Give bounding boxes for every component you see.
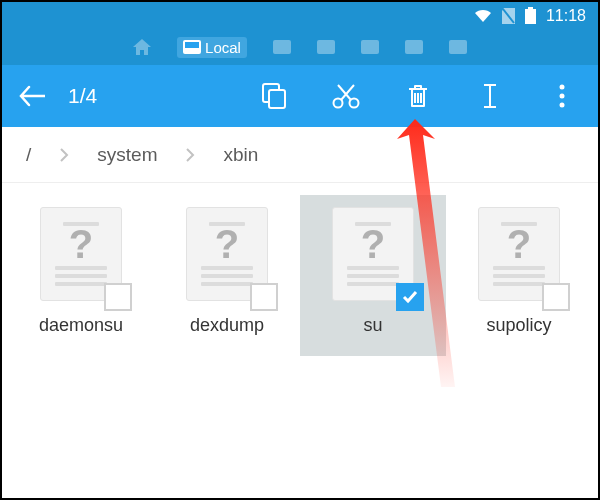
file-item[interactable]: ? supolicy [446, 195, 592, 356]
breadcrumb: / system xbin [2, 127, 598, 183]
file-icon: ? [478, 207, 560, 301]
svg-rect-8 [405, 40, 423, 54]
breadcrumb-xbin[interactable]: xbin [223, 144, 258, 166]
selection-checkbox[interactable] [396, 283, 424, 311]
svg-point-15 [560, 94, 565, 99]
delete-button[interactable] [382, 83, 454, 109]
svg-point-14 [560, 85, 565, 90]
file-grid: ? daemonsu ? dexdump ? [2, 183, 598, 368]
selection-counter: 1/4 [68, 84, 97, 108]
tab-extra-2-icon[interactable] [317, 40, 335, 54]
svg-rect-1 [525, 9, 536, 24]
svg-rect-9 [449, 40, 467, 54]
sim-icon [502, 8, 515, 24]
file-name: dexdump [190, 315, 264, 336]
selection-checkbox[interactable] [542, 283, 570, 311]
status-bar: 11:18 [2, 2, 598, 29]
svg-rect-5 [273, 40, 291, 54]
chevron-right-icon [185, 147, 195, 163]
clock-text: 11:18 [546, 7, 586, 25]
file-icon: ? [332, 207, 414, 301]
file-name: daemonsu [39, 315, 123, 336]
rename-button[interactable] [454, 82, 526, 110]
cut-button[interactable] [310, 83, 382, 109]
selection-checkbox[interactable] [104, 283, 132, 311]
svg-rect-7 [361, 40, 379, 54]
svg-point-16 [560, 103, 565, 108]
tabs-bar: Local [2, 29, 598, 65]
file-icon: ? [186, 207, 268, 301]
wifi-icon [474, 9, 492, 23]
tab-extra-4-icon[interactable] [405, 40, 423, 54]
action-bar: 1/4 [2, 65, 598, 127]
home-icon[interactable] [133, 39, 151, 55]
svg-rect-11 [269, 90, 285, 108]
tab-local-label: Local [205, 39, 241, 56]
breadcrumb-system[interactable]: system [97, 144, 157, 166]
file-name: su [363, 315, 382, 336]
chevron-right-icon [59, 147, 69, 163]
copy-button[interactable] [238, 83, 310, 109]
file-item[interactable]: ? su [300, 195, 446, 356]
svg-rect-4 [185, 42, 199, 48]
tab-extra-5-icon[interactable] [449, 40, 467, 54]
file-item[interactable]: ? daemonsu [8, 195, 154, 356]
tab-extra-3-icon[interactable] [361, 40, 379, 54]
selection-checkbox[interactable] [250, 283, 278, 311]
battery-icon [525, 7, 536, 24]
tab-extra-1-icon[interactable] [273, 40, 291, 54]
more-button[interactable] [526, 84, 598, 108]
tab-local[interactable]: Local [177, 37, 247, 58]
svg-rect-2 [528, 7, 533, 9]
file-icon: ? [40, 207, 122, 301]
svg-rect-6 [317, 40, 335, 54]
back-button[interactable] [2, 85, 62, 107]
file-name: supolicy [486, 315, 551, 336]
breadcrumb-root[interactable]: / [26, 144, 31, 166]
file-item[interactable]: ? dexdump [154, 195, 300, 356]
